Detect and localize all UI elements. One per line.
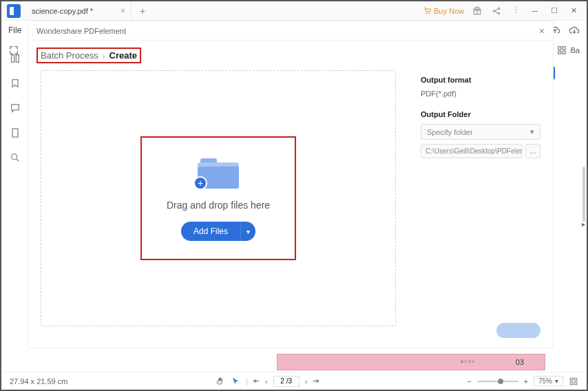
add-files-group: Add Files ▾ xyxy=(181,222,255,241)
svg-rect-11 xyxy=(570,378,576,384)
document-tab[interactable]: science-copy.pdf * × xyxy=(26,1,132,20)
page-content-strip: ᵖᵗᵛᶦ 03 xyxy=(277,354,545,370)
svg-point-0 xyxy=(493,10,494,11)
close-window-icon[interactable]: ✕ xyxy=(567,5,580,17)
svg-rect-9 xyxy=(12,129,18,137)
zoom-select[interactable]: 75% ▾ xyxy=(534,376,563,386)
drop-inner-highlight: + Drag and drop files here Add Files ▾ xyxy=(140,136,296,260)
cursor-tool-icon[interactable] xyxy=(231,377,240,386)
buy-now-link[interactable]: Buy Now xyxy=(423,7,464,15)
browse-folder-button[interactable]: … xyxy=(525,144,540,158)
share-icon[interactable] xyxy=(490,5,503,17)
output-folder-label: Output Folder xyxy=(421,110,540,118)
titlebar: science-copy.pdf * × + Buy Now ⋮ ─ ☐ ✕ xyxy=(1,1,587,21)
output-format-value: PDF(*.pdf) xyxy=(421,89,540,98)
tab-label: science-copy.pdf * xyxy=(32,7,93,15)
chevron-down-icon: ▾ xyxy=(530,127,534,136)
svg-rect-3 xyxy=(558,47,560,50)
comment-icon[interactable] xyxy=(9,102,21,114)
drop-zone[interactable]: + Drag and drop files here Add Files ▾ xyxy=(41,70,396,326)
apply-button[interactable] xyxy=(496,323,540,338)
svg-point-1 xyxy=(498,8,499,9)
app-logo-icon xyxy=(7,4,21,18)
scroll-arrow-icon[interactable]: ▸ xyxy=(582,220,585,228)
chevron-right-icon: › xyxy=(103,52,105,60)
breadcrumb-current: Create xyxy=(109,50,137,61)
output-panel: Output format PDF(*.pdf) Output Folder S… xyxy=(408,70,553,339)
breadcrumb-root[interactable]: Batch Process xyxy=(41,50,98,61)
modal-title: Wondershare PDFelement xyxy=(36,27,126,35)
file-menu[interactable]: File xyxy=(8,25,21,35)
modal-close-icon[interactable]: × xyxy=(539,25,545,36)
maximize-icon[interactable]: ☐ xyxy=(548,5,560,17)
last-page-icon[interactable]: ⇥ xyxy=(313,377,319,385)
page-number-03: 03 xyxy=(516,358,524,366)
gift-icon[interactable] xyxy=(471,5,483,17)
add-files-button[interactable]: Add Files xyxy=(181,222,240,241)
svg-point-2 xyxy=(498,12,499,14)
grid-icon[interactable] xyxy=(557,45,567,55)
drop-text: Drag and drop files here xyxy=(167,200,270,211)
modal-header: Wondershare PDFelement × xyxy=(28,21,553,41)
batch-process-modal: Wondershare PDFelement × Batch Process ›… xyxy=(28,21,554,348)
close-tab-icon[interactable]: × xyxy=(120,6,125,16)
svg-rect-7 xyxy=(12,55,14,63)
page-input[interactable] xyxy=(273,376,300,387)
plus-badge-icon: + xyxy=(193,176,207,190)
next-page-icon[interactable]: › xyxy=(305,377,308,385)
svg-rect-12 xyxy=(572,379,576,383)
svg-rect-4 xyxy=(563,47,565,50)
minimize-icon[interactable]: ─ xyxy=(529,5,541,17)
add-tab-icon[interactable]: + xyxy=(140,6,145,17)
svg-rect-6 xyxy=(563,51,565,54)
zoom-slider[interactable] xyxy=(477,381,518,382)
folder-placeholder: Specify folder xyxy=(427,128,473,136)
ba-label[interactable]: Ba xyxy=(571,46,580,54)
scrollbar[interactable] xyxy=(582,167,585,222)
left-sidebar xyxy=(3,41,28,164)
more-icon[interactable]: ⋮ xyxy=(510,5,522,17)
svg-rect-5 xyxy=(558,51,560,54)
first-page-icon[interactable]: ⇤ xyxy=(253,377,260,385)
prev-page-icon[interactable]: ‹ xyxy=(265,377,268,385)
fit-page-icon[interactable] xyxy=(569,377,578,386)
zoom-out-icon[interactable]: − xyxy=(467,377,471,385)
output-format-label: Output format xyxy=(421,76,540,84)
breadcrumb: Batch Process › Create xyxy=(28,41,553,70)
cloud-download-icon[interactable] xyxy=(569,25,580,35)
hand-tool-icon[interactable] xyxy=(216,377,225,386)
bookmark-icon[interactable] xyxy=(9,77,21,89)
chevron-down-icon: ▾ xyxy=(555,377,558,385)
thumbnails-icon[interactable] xyxy=(9,52,21,65)
svg-point-10 xyxy=(12,154,17,160)
add-files-caret[interactable]: ▾ xyxy=(240,222,255,241)
folder-add-icon: + xyxy=(198,156,239,189)
statusbar: 27.94 x 21.59 cm | ⇤ ‹ › ⇥ − + 75% ▾ xyxy=(3,372,585,390)
svg-rect-8 xyxy=(16,55,19,63)
search-icon[interactable] xyxy=(9,151,21,164)
buy-now-label: Buy Now xyxy=(434,7,464,15)
folder-path-input[interactable]: C:\Users\Geili\Desktop\PDFelement\Cr xyxy=(421,144,523,158)
zoom-in-icon[interactable]: + xyxy=(524,377,528,385)
page-dimensions: 27.94 x 21.59 cm xyxy=(10,377,67,385)
pink-center: ᵖᵗᵛᶦ xyxy=(461,359,476,366)
zoom-value: 75% xyxy=(538,377,552,385)
cart-icon xyxy=(423,7,432,15)
attachment-icon[interactable] xyxy=(9,127,21,139)
folder-select[interactable]: Specify folder ▾ xyxy=(421,124,540,140)
